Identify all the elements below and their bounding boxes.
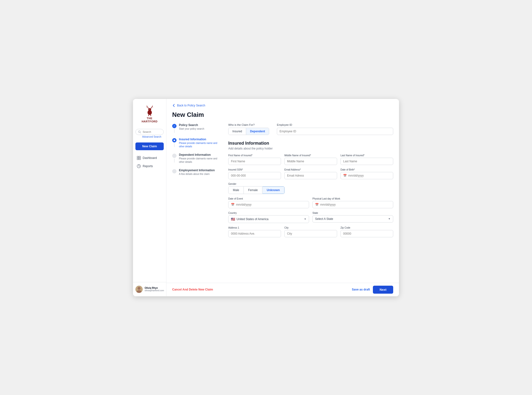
user-email: olivia@hartford.com (145, 289, 164, 292)
country-chevron-icon: ▼ (304, 218, 306, 220)
date-of-event-group: Date of Event 📅 (228, 197, 309, 208)
user-name: Olivia Rhye (145, 287, 164, 289)
zip-input[interactable] (340, 230, 393, 237)
step-insured-info: Insured Information Please provide claim… (172, 138, 221, 148)
ssn-group: Insured SSN* (228, 168, 281, 179)
step-subtitle-1: Start your policy search (179, 127, 204, 131)
svg-rect-4 (137, 156, 139, 158)
employee-id-input[interactable] (277, 128, 393, 135)
dob-group: Date of Birth* 📅 (340, 168, 393, 179)
physical-last-day-wrapper[interactable]: 📅 (312, 201, 393, 208)
sidebar-item-label-dashboard: Dashboard (143, 156, 157, 160)
user-info: Olivia Rhye olivia@hartford.com (145, 287, 164, 292)
last-name-input[interactable] (340, 158, 393, 165)
dashboard-icon (137, 156, 141, 160)
address1-group: Address 1 (228, 226, 281, 237)
gender-section: Gender Male Female Unknown (228, 183, 393, 194)
flag-icon: 🇺🇸 (231, 217, 235, 221)
state-label: State (312, 212, 393, 214)
step-title-2: Insured Information (179, 138, 221, 141)
advanced-search-link[interactable]: Advanced Search (135, 135, 164, 141)
step-title-3: Dependent Information (179, 153, 221, 157)
new-claim-button[interactable]: New Claim (135, 142, 164, 150)
content-columns: ✓ Policy Search Start your policy search (172, 123, 393, 241)
user-profile: Olivia Rhye olivia@hartford.com (133, 282, 166, 296)
claim-for-insured-btn[interactable]: Insured (229, 128, 246, 135)
dob-input[interactable] (348, 174, 391, 177)
email-input[interactable] (284, 172, 337, 179)
middle-name-group: Middle Name of Insured* (284, 154, 337, 165)
svg-rect-6 (137, 158, 139, 160)
avatar-image (135, 286, 143, 293)
state-select-wrapper[interactable]: Select A State ▼ (312, 215, 393, 223)
city-input[interactable] (284, 230, 337, 237)
reports-icon (137, 164, 141, 168)
step-subtitle-2: Please provide claimants name and other … (179, 142, 221, 148)
dob-input-wrapper[interactable]: 📅 (340, 172, 393, 179)
country-state-row: Country 🇺🇸 United States of America ▼ (228, 212, 393, 223)
ssn-input[interactable] (228, 172, 281, 179)
calendar-event-icon: 📅 (231, 203, 235, 206)
ssn-label: Insured SSN* (228, 168, 281, 171)
cancel-button[interactable]: Cancel And Delete New Claim (172, 288, 213, 291)
state-group: State Select A State ▼ (312, 212, 393, 223)
middle-name-input[interactable] (284, 158, 337, 165)
calendar-icon: 📅 (343, 174, 347, 177)
claim-for-dependent-btn[interactable]: Dependent (246, 128, 269, 135)
sidebar-item-dashboard[interactable]: Dashboard (135, 154, 164, 162)
address1-input[interactable] (228, 230, 281, 237)
gender-unknown-btn[interactable]: Unknown (262, 186, 284, 194)
back-arrow-icon (172, 104, 176, 107)
country-select[interactable]: United States of America (236, 217, 304, 221)
last-name-group: Last Name of Insured* (340, 154, 393, 165)
svg-rect-5 (139, 156, 140, 158)
physical-last-day-input[interactable] (320, 203, 391, 206)
country-select-wrapper[interactable]: 🇺🇸 United States of America ▼ (228, 215, 309, 223)
footer-bar: Cancel And Delete New Claim Save as draf… (166, 283, 399, 296)
svg-point-1 (148, 108, 151, 111)
gender-toggle: Male Female Unknown (228, 186, 285, 194)
sidebar-item-reports[interactable]: Reports (135, 162, 164, 170)
name-row: First Name of Insured* Middle Name of In… (228, 154, 393, 165)
first-name-label: First Name of Insured* (228, 154, 281, 157)
search-icon (138, 130, 141, 134)
date-of-event-input[interactable] (236, 203, 306, 206)
country-label: Country (228, 212, 309, 214)
claim-for-group: Who is the Claim For? Insured Dependent (228, 123, 269, 135)
first-name-input[interactable] (228, 158, 281, 165)
step-indicator-1: ✓ (172, 124, 177, 133)
gender-female-btn[interactable]: Female (244, 186, 262, 194)
physical-last-day-label: Physical Last day of Work (312, 197, 393, 200)
logo: THEHARTFORD (133, 103, 166, 127)
gender-male-btn[interactable]: Male (229, 186, 244, 194)
step-content-3: Dependent Information Please provide cla… (179, 153, 221, 164)
address1-label: Address 1 (228, 226, 281, 229)
page-title: New Claim (172, 111, 393, 119)
step-subtitle-4: A few details about the claim (179, 172, 215, 176)
svg-point-10 (138, 287, 140, 290)
city-group: City (284, 226, 337, 237)
step-title-1: Policy Search (179, 123, 204, 127)
step-title-4: Employement Information (179, 169, 215, 172)
search-input[interactable] (143, 130, 161, 133)
city-label: City (284, 226, 337, 229)
step-indicator-2 (172, 138, 177, 148)
state-select[interactable]: Select A State (315, 217, 388, 221)
save-draft-button[interactable]: Save as draft (352, 288, 370, 291)
step-line-1 (174, 129, 175, 133)
claim-for-toggle: Insured Dependent (228, 128, 269, 135)
step-dependent-info: Dependent Information Please provide cla… (172, 153, 221, 164)
claim-for-label: Who is the Claim For? (228, 123, 269, 126)
zip-label: Zip Code (340, 226, 393, 229)
back-link[interactable]: Back to Policy Search (172, 104, 393, 107)
date-of-event-wrapper[interactable]: 📅 (228, 201, 309, 208)
step-indicator-3 (172, 154, 177, 164)
footer-right: Save as draft Next (352, 286, 393, 294)
search-box[interactable] (135, 129, 164, 135)
next-button[interactable]: Next (373, 286, 393, 294)
physical-last-day-group: Physical Last day of Work 📅 (312, 197, 393, 208)
dates-row: Date of Event 📅 Physical Last day of Wor… (228, 197, 393, 208)
last-name-label: Last Name of Insured* (340, 154, 393, 157)
main-content: Back to Policy Search New Claim ✓ (166, 99, 399, 296)
sidebar-item-label-reports: Reports (143, 164, 153, 168)
